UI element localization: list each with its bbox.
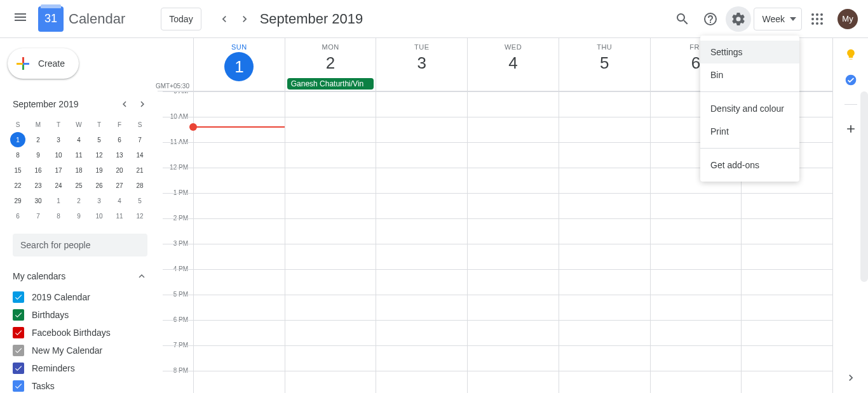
day-number[interactable]: 4: [468, 53, 559, 73]
calendar-checkbox[interactable]: [13, 380, 24, 392]
mini-day-cell[interactable]: 22: [8, 178, 28, 193]
keep-icon[interactable]: [844, 48, 857, 61]
calendar-checkbox[interactable]: [13, 363, 24, 374]
day-number[interactable]: 5: [559, 53, 650, 73]
day-header[interactable]: SUN1: [193, 38, 285, 91]
mini-day-cell[interactable]: 4: [109, 193, 130, 208]
calendar-list-item[interactable]: Facebook Birthdays: [8, 324, 153, 342]
add-addon-button[interactable]: [844, 123, 857, 135]
day-header[interactable]: THU5: [559, 38, 650, 91]
hide-side-panel-button[interactable]: [833, 363, 869, 393]
mini-day-cell[interactable]: 24: [48, 178, 69, 193]
main-menu-button[interactable]: [5, 4, 36, 34]
settings-menu-item[interactable]: Print: [700, 120, 799, 143]
view-switcher[interactable]: Week: [754, 8, 802, 30]
mini-day-cell[interactable]: 9: [69, 208, 89, 223]
mini-day-cell[interactable]: 29: [8, 193, 28, 208]
calendar-list-item[interactable]: Tasks: [8, 377, 153, 393]
mini-day-cell[interactable]: 14: [130, 147, 150, 163]
settings-menu-item[interactable]: Settings: [700, 41, 799, 63]
calendar-checkbox[interactable]: [13, 291, 24, 303]
settings-menu-item[interactable]: Bin: [700, 63, 799, 86]
mini-day-cell[interactable]: 12: [89, 147, 109, 163]
mini-prev-button[interactable]: [117, 97, 132, 112]
settings-button[interactable]: [726, 6, 751, 32]
day-abbr: MON: [285, 43, 376, 51]
mini-day-cell[interactable]: 6: [109, 132, 130, 147]
mini-day-cell[interactable]: 11: [109, 208, 130, 223]
mini-day-cell[interactable]: 12: [130, 208, 150, 223]
mini-day-cell[interactable]: 5: [89, 132, 109, 147]
search-button[interactable]: [670, 6, 695, 32]
mini-day-cell[interactable]: 17: [48, 163, 69, 178]
mini-day-cell[interactable]: 4: [69, 132, 89, 147]
mini-day-cell[interactable]: 8: [48, 208, 69, 223]
day-number[interactable]: 2: [285, 53, 376, 73]
chevron-right-icon: [238, 13, 251, 25]
today-button[interactable]: Today: [161, 8, 201, 30]
calendar-checkbox[interactable]: [13, 309, 24, 321]
calendar-list-item[interactable]: Reminders: [8, 359, 153, 377]
search-people-input[interactable]: Search for people: [13, 234, 147, 256]
mini-day-cell[interactable]: 5: [130, 193, 150, 208]
mini-day-cell[interactable]: 18: [69, 163, 89, 178]
mini-day-cell[interactable]: 10: [89, 208, 109, 223]
day-column[interactable]: [376, 91, 467, 393]
mini-day-cell[interactable]: 7: [28, 208, 48, 223]
mini-day-cell[interactable]: 16: [28, 163, 48, 178]
settings-menu-item[interactable]: Density and colour: [700, 97, 799, 120]
vertical-scrollbar[interactable]: [860, 91, 868, 282]
mini-day-cell[interactable]: 23: [28, 178, 48, 193]
day-column[interactable]: [559, 91, 650, 393]
mini-day-cell[interactable]: 27: [109, 178, 130, 193]
prev-period-button[interactable]: [214, 9, 234, 29]
mini-day-cell[interactable]: 7: [130, 132, 150, 147]
settings-menu-item[interactable]: Get add-ons: [700, 154, 799, 177]
mini-day-cell[interactable]: 8: [8, 147, 28, 163]
day-column[interactable]: [193, 91, 285, 393]
create-button[interactable]: Create: [8, 48, 79, 79]
mini-day-cell[interactable]: 1: [10, 132, 25, 147]
mini-day-cell[interactable]: 15: [8, 163, 28, 178]
mini-day-cell[interactable]: 30: [28, 193, 48, 208]
calendar-list-item[interactable]: 2019 Calendar: [8, 288, 153, 306]
day-abbr: TUE: [376, 43, 467, 51]
mini-day-cell[interactable]: 2: [28, 132, 48, 147]
account-avatar[interactable]: My: [837, 9, 858, 29]
calendar-checkbox[interactable]: [13, 327, 24, 338]
mini-day-cell[interactable]: 2: [69, 193, 89, 208]
mini-day-cell[interactable]: 10: [48, 147, 69, 163]
my-calendars-toggle[interactable]: My calendars: [8, 267, 153, 286]
help-button[interactable]: [698, 6, 723, 32]
mini-day-cell[interactable]: 28: [130, 178, 150, 193]
mini-day-cell[interactable]: 26: [89, 178, 109, 193]
day-header[interactable]: WED4: [467, 38, 559, 91]
day-number[interactable]: 3: [376, 53, 467, 73]
google-apps-button[interactable]: [804, 6, 830, 32]
mini-day-cell[interactable]: 20: [109, 163, 130, 178]
mini-day-cell[interactable]: 3: [89, 193, 109, 208]
day-column[interactable]: [467, 91, 559, 393]
allday-event[interactable]: Ganesh Chaturthi/Vin: [287, 78, 374, 90]
mini-day-cell[interactable]: 3: [48, 132, 69, 147]
day-column[interactable]: [285, 91, 376, 393]
hour-gridline: [163, 193, 832, 194]
mini-day-cell[interactable]: 1: [48, 193, 69, 208]
calendar-list-item[interactable]: New My Calendar: [8, 342, 153, 359]
next-period-button[interactable]: [234, 9, 255, 29]
mini-day-cell[interactable]: 6: [8, 208, 28, 223]
mini-day-cell[interactable]: 11: [69, 147, 89, 163]
mini-day-cell[interactable]: 21: [130, 163, 150, 178]
day-header[interactable]: TUE3: [376, 38, 467, 91]
calendar-list-item[interactable]: Birthdays: [8, 306, 153, 324]
mini-day-cell[interactable]: 19: [89, 163, 109, 178]
mini-day-cell[interactable]: 9: [28, 147, 48, 163]
day-number[interactable]: 1: [224, 52, 254, 81]
day-header[interactable]: MON2Ganesh Chaturthi/Vin: [285, 38, 376, 91]
mini-day-cell[interactable]: 25: [69, 178, 89, 193]
mini-next-button[interactable]: [135, 97, 150, 112]
mini-day-cell[interactable]: 13: [109, 147, 130, 163]
calendar-checkbox[interactable]: [13, 345, 24, 356]
current-period-label[interactable]: September 2019: [260, 11, 363, 27]
tasks-icon[interactable]: [844, 74, 857, 86]
